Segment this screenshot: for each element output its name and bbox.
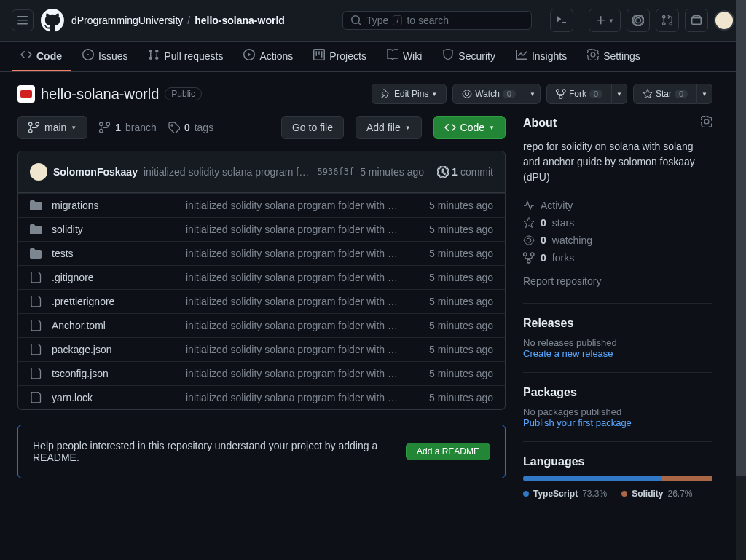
- report-link[interactable]: Report repository: [523, 272, 712, 290]
- language-item[interactable]: Solidity26.7%: [621, 489, 692, 499]
- commits-link[interactable]: 1commit: [437, 166, 493, 178]
- file-name[interactable]: Anchor.toml: [52, 320, 176, 331]
- about-settings-icon[interactable]: [701, 116, 712, 130]
- file-row[interactable]: migrationsinitialized solidity solana pr…: [18, 193, 505, 217]
- tags-link[interactable]: 0tags: [168, 122, 213, 133]
- nav-insights[interactable]: Insights: [507, 42, 576, 71]
- command-palette-button[interactable]: [550, 9, 573, 32]
- create-new-button[interactable]: ▼: [589, 9, 621, 32]
- file-time: 5 minutes ago: [413, 224, 493, 235]
- menu-button[interactable]: [12, 9, 34, 31]
- file-name[interactable]: tsconfig.json: [52, 368, 176, 379]
- language-segment: [523, 476, 662, 481]
- nav-code[interactable]: Code: [12, 42, 71, 71]
- create-release-link[interactable]: Create a new release: [523, 348, 712, 359]
- language-list: TypeScript73.3%Solidity26.7%: [523, 489, 712, 499]
- file-name[interactable]: solidity: [52, 224, 176, 235]
- file-name[interactable]: tests: [52, 248, 176, 259]
- commit-message[interactable]: initialized solidity solana program fold…: [144, 166, 312, 178]
- nav-issues[interactable]: Issues: [74, 42, 136, 71]
- file-name[interactable]: package.json: [52, 344, 176, 355]
- branches-link[interactable]: 1branch: [99, 122, 157, 133]
- nav-wiki[interactable]: Wiki: [378, 42, 431, 71]
- file-name[interactable]: .gitignore: [52, 272, 176, 283]
- fork-dropdown[interactable]: ▼: [612, 84, 627, 104]
- nav-actions[interactable]: Actions: [235, 42, 302, 71]
- file-row[interactable]: .prettierignoreinitialized solidity sola…: [18, 289, 505, 313]
- releases-heading: Releases: [523, 317, 712, 330]
- packages-heading: Packages: [523, 386, 712, 399]
- file-commit-msg[interactable]: initialized solidity solana program fold…: [186, 272, 403, 283]
- language-dot: [523, 491, 529, 497]
- activity-link[interactable]: Activity: [523, 197, 712, 214]
- file-time: 5 minutes ago: [413, 320, 493, 331]
- commit-author[interactable]: SolomonFoskaay: [53, 166, 138, 178]
- file-commit-msg[interactable]: initialized solidity solana program fold…: [186, 320, 403, 331]
- file-icon: [30, 296, 42, 307]
- file-row[interactable]: tsconfig.jsoninitialized solidity solana…: [18, 361, 505, 385]
- star-dropdown[interactable]: ▼: [697, 84, 712, 104]
- releases-empty: No releases published: [523, 337, 712, 348]
- file-row[interactable]: Anchor.tomlinitialized solidity solana p…: [18, 313, 505, 337]
- latest-commit[interactable]: SolomonFoskaay initialized solidity sola…: [17, 151, 506, 193]
- user-avatar[interactable]: [714, 10, 734, 31]
- file-name[interactable]: migrations: [52, 200, 176, 211]
- file-row[interactable]: yarn.lockinitialized solidity solana pro…: [18, 385, 505, 409]
- search-input[interactable]: Type / to search: [342, 11, 532, 30]
- code-button[interactable]: Code▼: [433, 116, 506, 139]
- forks-link[interactable]: 0forks: [523, 249, 712, 267]
- file-name[interactable]: yarn.lock: [52, 392, 176, 403]
- commit-hash[interactable]: 5936f3f: [318, 167, 355, 177]
- repo-nav: Code Issues Pull requests Actions Projec…: [0, 42, 746, 72]
- file-time: 5 minutes ago: [413, 272, 493, 283]
- file-commit-msg[interactable]: initialized solidity solana program fold…: [186, 368, 403, 379]
- file-icon: [30, 368, 42, 379]
- file-commit-msg[interactable]: initialized solidity solana program fold…: [186, 224, 403, 235]
- nav-pulls[interactable]: Pull requests: [139, 42, 232, 71]
- github-logo[interactable]: [41, 9, 64, 32]
- scrollbar[interactable]: [736, 0, 746, 516]
- owner-link[interactable]: dProgrammingUniversity: [71, 15, 183, 26]
- issues-button[interactable]: [627, 9, 650, 32]
- file-commit-msg[interactable]: initialized solidity solana program fold…: [186, 392, 403, 403]
- publish-package-link[interactable]: Publish your first package: [523, 417, 712, 428]
- file-row[interactable]: testsinitialized solidity solana program…: [18, 241, 505, 265]
- file-row[interactable]: .gitignoreinitialized solidity solana pr…: [18, 265, 505, 289]
- file-commit-msg[interactable]: initialized solidity solana program fold…: [186, 296, 403, 307]
- stars-link[interactable]: 0stars: [523, 214, 712, 232]
- nav-settings[interactable]: Settings: [578, 42, 649, 71]
- watch-dropdown[interactable]: ▼: [525, 84, 541, 104]
- pull-requests-button[interactable]: [656, 9, 679, 32]
- commit-author-avatar[interactable]: [30, 163, 47, 181]
- file-name[interactable]: .prettierignore: [52, 296, 176, 307]
- watching-link[interactable]: 0watching: [523, 232, 712, 249]
- nav-security[interactable]: Security: [433, 42, 504, 71]
- goto-file-button[interactable]: Go to file: [281, 116, 344, 139]
- file-icon: [30, 344, 42, 355]
- file-commit-msg[interactable]: initialized solidity solana program fold…: [186, 200, 403, 211]
- star-button[interactable]: Star0: [633, 84, 697, 104]
- add-readme-button[interactable]: Add a README: [406, 443, 490, 460]
- branch-select[interactable]: main▼: [17, 116, 87, 139]
- file-commit-msg[interactable]: initialized solidity solana program fold…: [186, 248, 403, 259]
- breadcrumb-separator: /: [187, 15, 190, 26]
- edit-pins-button[interactable]: Edit Pins▼: [372, 84, 447, 104]
- watch-button[interactable]: Watch0: [452, 84, 525, 104]
- file-navigation: main▼ 1branch 0tags Go to file Add file▼…: [17, 116, 506, 139]
- add-file-button[interactable]: Add file▼: [356, 116, 422, 139]
- language-bar: [523, 476, 712, 481]
- file-commit-msg[interactable]: initialized solidity solana program fold…: [186, 344, 403, 355]
- nav-projects[interactable]: Projects: [305, 42, 375, 71]
- file-time: 5 minutes ago: [413, 368, 493, 379]
- global-header: dProgrammingUniversity / hello-solana-wo…: [0, 0, 746, 42]
- fork-button[interactable]: Fork0: [546, 84, 612, 104]
- folder-icon: [30, 224, 42, 235]
- file-time: 5 minutes ago: [413, 344, 493, 355]
- commit-time: 5 minutes ago: [360, 166, 424, 178]
- language-item[interactable]: TypeScript73.3%: [523, 489, 607, 499]
- file-row[interactable]: solidityinitialized solidity solana prog…: [18, 217, 505, 241]
- repo-link[interactable]: hello-solana-world: [195, 15, 285, 26]
- notifications-button[interactable]: [685, 9, 708, 32]
- repo-title: hello-solana-world: [41, 86, 159, 103]
- file-row[interactable]: package.jsoninitialized solidity solana …: [18, 337, 505, 361]
